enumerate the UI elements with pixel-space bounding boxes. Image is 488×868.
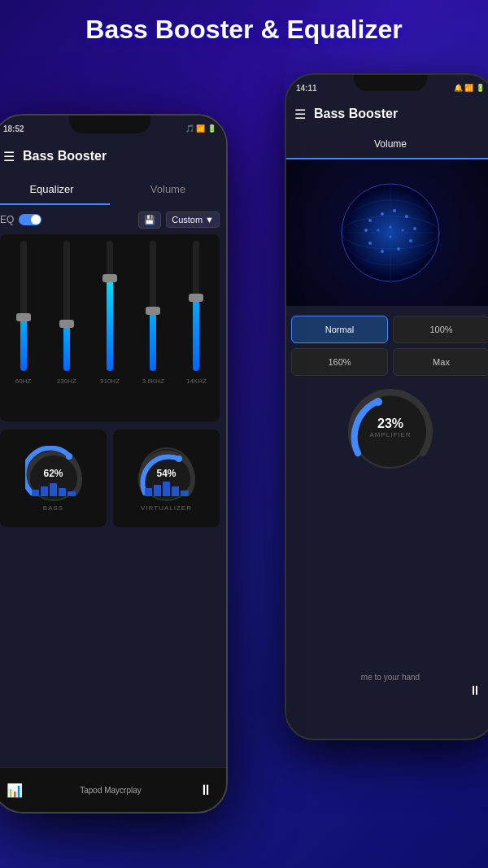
vol-btn-normal[interactable]: Normal <box>291 316 388 343</box>
svg-point-24 <box>176 456 182 462</box>
bottom-nav-bars-icon[interactable]: 📊 <box>7 783 23 798</box>
svg-point-10 <box>409 239 412 242</box>
svg-point-6 <box>381 212 384 216</box>
chevron-down-icon: ▼ <box>205 215 214 225</box>
front-tabs: Equalizer Volume <box>0 174 226 205</box>
knobs-row: 62% BASS <box>0 430 220 527</box>
bass-knob[interactable]: 62% <box>25 446 82 503</box>
svg-point-8 <box>405 215 408 218</box>
eq-preset-dropdown[interactable]: Custom ▼ <box>166 212 220 228</box>
eq-sliders: 60HZ 230HZ 910HZ <box>0 234 220 421</box>
channel-label-36khz: 3.6KHZ <box>142 377 164 385</box>
back-status-time: 14:11 <box>296 84 317 93</box>
save-icon: 💾 <box>144 215 155 225</box>
svg-point-11 <box>397 247 400 251</box>
vol-btn-160[interactable]: 160% <box>291 348 388 376</box>
svg-point-15 <box>377 229 380 232</box>
amplifier-knob[interactable]: 23% AMPLIFIER <box>346 384 435 473</box>
vol-btn-100[interactable]: 100% <box>393 316 488 343</box>
virtualizer-mini-bars <box>145 480 189 496</box>
bass-mini-bars <box>32 480 76 496</box>
eq-preset-value: Custom <box>172 215 203 225</box>
front-menu-icon[interactable]: ☰ <box>3 149 15 164</box>
eq-channel-36khz: 3.6KHZ <box>133 241 173 418</box>
slider-track-14khz[interactable] <box>193 241 199 371</box>
virtualizer-percent: 54% <box>156 469 176 479</box>
bar-4 <box>59 488 66 496</box>
vol-btn-max[interactable]: Max <box>393 348 488 376</box>
front-phone-notch <box>69 116 150 133</box>
app-title: Bass Booster & Equalizer <box>0 15 488 45</box>
bottom-nav-pause-button[interactable]: ⏸ <box>198 782 213 799</box>
svg-point-20 <box>374 398 382 406</box>
front-app-title: Bass Booster <box>23 149 107 164</box>
globe-visual <box>286 159 488 306</box>
slider-track-910hz[interactable] <box>107 241 113 371</box>
slider-fill-230hz <box>63 325 70 371</box>
svg-point-7 <box>393 209 396 212</box>
slider-thumb-910hz[interactable] <box>102 274 117 282</box>
bass-value: 62% <box>43 469 63 479</box>
svg-point-5 <box>368 219 372 222</box>
bottom-nav: 📊 Tapod Maycrplay ⏸ <box>0 767 226 812</box>
vbar-1 <box>145 488 152 496</box>
tab-equalizer-label: Equalizer <box>29 183 73 195</box>
virtualizer-label: VIRTUALIZER <box>141 504 192 512</box>
vbar-3 <box>163 482 170 496</box>
bass-label: BASS <box>43 504 63 512</box>
tab-volume-label: Volume <box>150 183 185 195</box>
channel-label-910hz: 910HZ <box>100 377 120 385</box>
tab-equalizer[interactable]: Equalizer <box>0 174 110 205</box>
eq-channel-60hz: 60HZ <box>3 241 43 418</box>
svg-point-9 <box>413 227 416 230</box>
svg-point-14 <box>364 229 368 232</box>
front-phone: 18:52 🎵 📶 🔋 ☰ Bass Booster Equalizer Vol… <box>0 114 228 813</box>
slider-track-36khz[interactable] <box>150 241 156 371</box>
back-pause-button[interactable]: ⏸ <box>468 683 481 698</box>
front-status-icons: 🎵 📶 🔋 <box>185 124 216 133</box>
channel-label-14khz: 14KHZ <box>186 377 207 385</box>
channel-label-230hz: 230HZ <box>57 377 76 385</box>
back-tab-volume-label: Volume <box>374 138 407 150</box>
eq-channel-910hz: 910HZ <box>89 241 129 418</box>
bottom-nav-song: Tapod Maycrplay <box>80 786 142 795</box>
bar-5 <box>68 491 75 496</box>
back-tabs: Volume <box>286 130 488 159</box>
virtualizer-knob-container: 54% VIRTUALIZER <box>113 430 220 527</box>
slider-track-60hz[interactable] <box>20 241 27 371</box>
channel-label-60hz: 60HZ <box>15 377 32 385</box>
slider-thumb-14khz[interactable] <box>189 294 203 302</box>
svg-point-22 <box>66 453 72 460</box>
slider-fill-14khz <box>193 299 199 371</box>
slider-fill-36khz <box>150 312 156 371</box>
bass-percent: 62% <box>43 469 63 479</box>
vbar-4 <box>172 486 179 496</box>
bar-1 <box>32 490 39 496</box>
eq-label: EQ <box>0 214 14 225</box>
back-phone-screen: 14:11 🔔 📶 🔋 ☰ Bass Booster Volume <box>286 75 488 739</box>
amplifier-label: AMPLIFIER <box>369 431 411 438</box>
eq-controls: EQ 💾 Custom ▼ <box>0 205 220 234</box>
slider-track-230hz[interactable] <box>63 241 70 371</box>
bass-knob-container: 62% BASS <box>0 430 107 527</box>
tab-volume[interactable]: Volume <box>110 174 226 205</box>
slider-thumb-60hz[interactable] <box>16 313 31 321</box>
front-phone-screen: 18:52 🎵 📶 🔋 ☰ Bass Booster Equalizer Vol… <box>0 116 226 812</box>
virtualizer-knob[interactable]: 54% <box>138 446 195 503</box>
back-phone-notch <box>354 75 427 91</box>
bar-3 <box>50 483 57 496</box>
svg-point-16 <box>390 226 392 229</box>
svg-point-13 <box>368 242 372 245</box>
eq-save-btn[interactable]: 💾 <box>138 212 161 229</box>
volume-buttons-grid: Normal 100% 160% Max <box>286 311 488 381</box>
slider-thumb-36khz[interactable] <box>146 307 160 315</box>
eq-channel-14khz: 14KHZ <box>176 241 216 418</box>
slider-thumb-230hz[interactable] <box>59 320 74 328</box>
amplifier-value: 23% <box>369 417 411 431</box>
amplifier-area: 23% AMPLIFIER <box>286 376 488 482</box>
back-tab-volume[interactable]: Volume <box>286 130 488 159</box>
eq-toggle[interactable] <box>19 214 41 225</box>
back-menu-icon[interactable]: ☰ <box>294 107 306 122</box>
virtualizer-value: 54% <box>156 469 176 479</box>
song-text: me to your hand <box>294 673 486 682</box>
